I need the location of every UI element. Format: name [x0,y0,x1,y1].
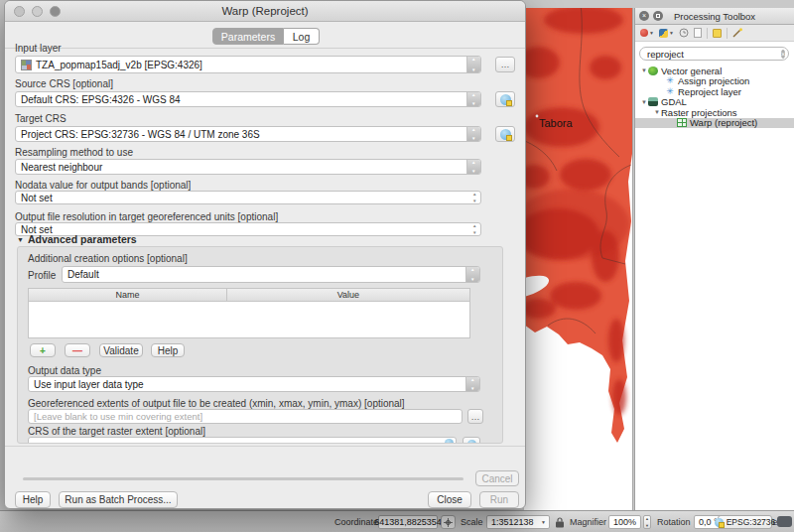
select-crs-button[interactable] [495,126,515,142]
browse-layers-button[interactable]: … [495,57,515,72]
place-label-tabora: Tabora [539,117,573,129]
tree-item-label: Warp (reproject) [690,117,757,128]
combo-stepper[interactable] [465,267,479,282]
extents-tracking-icon[interactable] [441,515,456,529]
creation-help-button[interactable]: Help [151,343,185,357]
globe-icon [500,94,511,105]
resampling-label: Resampling method to use [15,147,133,158]
resolution-label: Output file resolution in target georefe… [15,211,278,222]
lock-scale-icon[interactable] [555,517,565,528]
chevron-down-icon[interactable]: ▼ [640,99,648,105]
wand-icon[interactable] [732,28,743,38]
spin-arrows[interactable] [471,223,480,235]
messages-icon[interactable] [777,516,792,527]
add-option-button[interactable]: + [30,343,56,357]
toolbox-search[interactable]: × [639,47,789,61]
results-icon[interactable] [694,28,702,38]
tree-item-warp-reproject[interactable]: Warp (reproject) [635,118,794,129]
nodata-spinbox[interactable]: Not set [15,191,481,204]
profile-combobox[interactable]: Default [62,266,480,283]
run-button[interactable]: Run [479,491,519,508]
combo-stepper[interactable] [465,377,479,391]
globe-icon [445,439,454,445]
cancel-button[interactable]: Cancel [475,470,519,486]
select-crs-button[interactable] [463,437,480,444]
options-icon[interactable] [713,29,722,38]
combo-stepper[interactable] [466,92,480,106]
rotation-label: Rotation [657,517,691,527]
target-extent-crs-field[interactable] [28,437,457,444]
input-layer-combobox[interactable]: TZA_popmap15adj_v2b [EPSG:4326] [15,56,481,73]
python-scripts-icon[interactable]: ▼ [659,29,674,38]
dialog-title: Warp (Reproject) [5,5,525,17]
source-crs-combobox[interactable]: Default CRS: EPSG:4326 - WGS 84 [15,91,481,107]
chevron-down-icon[interactable]: ▼ [640,67,648,73]
advanced-parameters-panel: Additional creation options [optional] P… [17,246,503,444]
advanced-parameters-header[interactable]: ▼ Advanced parameters [17,233,137,245]
tree-item-assign-projection[interactable]: ✳ Assign projection [635,76,794,87]
validate-button[interactable]: Validate [99,343,143,357]
map-canvas[interactable]: Tabora [524,8,633,510]
extents-browse-button[interactable]: … [467,409,483,424]
source-crs-label: Source CRS [optional] [15,78,113,89]
progress-bar [23,477,463,480]
combo-stepper[interactable] [466,160,480,174]
combo-stepper[interactable] [466,57,480,72]
output-type-label: Output data type [28,365,101,376]
magnifier-stepper[interactable] [643,515,651,529]
warp-reproject-dialog: Warp (Reproject) Parameters Log Input la… [4,0,526,509]
combo-stepper[interactable] [466,127,480,141]
creation-options-table[interactable]: Name Value [28,288,470,338]
remove-option-button[interactable]: — [65,343,90,357]
resampling-combobox[interactable]: Nearest neighbour [15,159,481,175]
crs-status-button[interactable]: EPSG:32736 [718,515,772,529]
close-icon[interactable]: × [639,11,649,21]
tab-bar: Parameters Log [5,22,525,48]
column-header-value: Value [227,289,469,301]
tree-item-label: Assign projection [678,75,749,86]
tree-group-vector-general[interactable]: ▼ Vector general [635,66,794,76]
magnifier-field[interactable]: 100% [608,515,641,529]
nodata-label: Nodata value for output bands [optional] [15,180,191,191]
models-icon[interactable]: ▼ [640,29,654,37]
raster-layer [524,8,633,510]
algorithm-tree: ▼ Vector general ✳ Assign projection ✳ R… [635,66,794,128]
scale-combobox[interactable]: 1:3512138▼ [486,515,550,529]
qgis-application: Tabora Processing Toolbox × ▼ ▼ × ▼ [0,0,794,532]
tab-parameters[interactable]: Parameters [212,28,284,45]
dialog-titlebar[interactable]: Warp (Reproject) [5,1,525,22]
extents-label: Georeferenced extents of output file to … [28,398,405,409]
tree-group-raster-projections[interactable]: ▼ Raster projections [635,107,794,118]
raster-layer-icon [21,60,32,70]
clear-search-icon[interactable]: × [781,50,785,59]
select-crs-button[interactable] [495,91,515,107]
help-button[interactable]: Help [15,491,51,508]
run-as-batch-button[interactable]: Run as Batch Process... [59,491,178,508]
tab-log[interactable]: Log [284,28,320,45]
chevron-down-icon[interactable]: ▼ [653,109,661,115]
extents-input[interactable] [28,409,463,424]
output-type-combobox[interactable]: Use input layer data type [28,376,480,392]
tree-item-reproject-layer[interactable]: ✳ Reproject layer [635,86,794,97]
chevron-down-icon: ▼ [17,236,24,243]
search-input[interactable] [644,49,781,60]
divider [5,48,525,49]
coordinate-field[interactable]: 641381,8825354 [378,515,438,529]
history-icon[interactable] [679,28,689,38]
qgis-provider-icon [648,66,658,75]
spin-arrows[interactable] [471,192,480,203]
target-crs-combobox[interactable]: Project CRS: EPSG:32736 - WGS 84 / UTM z… [15,126,481,142]
tree-group-gdal[interactable]: ▼ GDAL [635,97,794,108]
close-button[interactable]: Close [428,491,471,508]
algorithm-icon: ✳ [665,87,675,96]
float-panel-icon[interactable] [653,11,663,21]
tree-item-label: Raster projections [661,107,737,118]
globe-icon [500,129,511,140]
chevron-down-icon: ▼ [541,519,549,525]
profile-label: Profile [28,270,56,281]
coordinate-label: Coordinate [334,517,378,527]
globe-icon [467,440,476,445]
magnifier-label: Magnifier [570,517,606,527]
tree-item-label: Reproject layer [678,86,741,97]
table-header: Name Value [29,289,469,302]
